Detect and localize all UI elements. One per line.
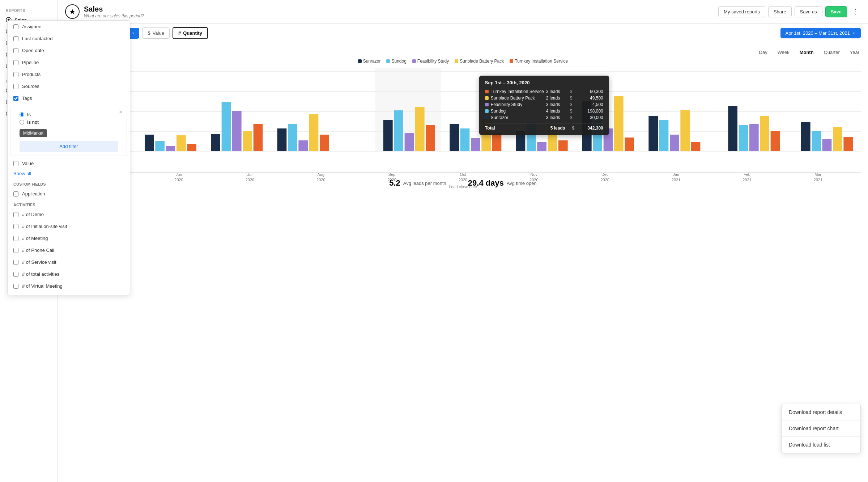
x-label-jul: Jul2020 bbox=[246, 172, 254, 183]
my-saved-reports-button[interactable]: My saved reports bbox=[718, 6, 765, 17]
chart-legend: Sunrazor Sundog Feasibility Study Sunbla… bbox=[65, 59, 861, 64]
save-as-button[interactable]: Save as bbox=[795, 6, 822, 17]
period-quarter[interactable]: Quarter bbox=[822, 49, 841, 56]
quantity-symbol: # bbox=[178, 30, 181, 36]
svg-rect-75 bbox=[771, 131, 780, 151]
tooltip-sundog-name: Sundog bbox=[491, 109, 544, 114]
period-day[interactable]: Day bbox=[758, 49, 769, 56]
dropdown-phone-call[interactable]: # of Phone Call bbox=[8, 244, 130, 256]
svg-rect-35 bbox=[187, 144, 196, 151]
svg-rect-71 bbox=[728, 106, 737, 151]
application-checkbox[interactable] bbox=[13, 191, 18, 196]
pipeline-checkbox[interactable] bbox=[13, 60, 18, 65]
svg-rect-74 bbox=[760, 116, 769, 151]
svg-rect-55 bbox=[492, 133, 502, 151]
initial-onsite-checkbox[interactable] bbox=[13, 224, 18, 229]
share-button[interactable]: Share bbox=[768, 6, 792, 17]
phone-call-checkbox[interactable] bbox=[13, 248, 18, 253]
quantity-metric-button[interactable]: # Quantity bbox=[173, 27, 208, 39]
dropdown-initial-onsite[interactable]: # of Initial on-site visit bbox=[8, 220, 130, 232]
tags-checkbox[interactable] bbox=[13, 96, 18, 101]
dropdown-demo[interactable]: # of Demo bbox=[8, 208, 130, 220]
dropdown-total-activities[interactable]: # of total activities bbox=[8, 268, 130, 280]
download-lead-list[interactable]: Download lead list bbox=[782, 437, 860, 453]
period-year[interactable]: Year bbox=[848, 49, 861, 56]
app-logo: ★ bbox=[65, 4, 80, 19]
dropdown-value[interactable]: Value bbox=[8, 157, 130, 169]
midmarket-chip[interactable]: MidMarket bbox=[20, 129, 47, 137]
svg-rect-51 bbox=[450, 124, 459, 151]
dropdown-tags[interactable]: Tags bbox=[8, 94, 130, 104]
dropdown-meeting[interactable]: # of Meeting bbox=[8, 232, 130, 244]
save-button[interactable]: Save bbox=[825, 6, 847, 17]
is-radio[interactable] bbox=[20, 112, 24, 117]
legend-feasibility: Feasibility Study bbox=[412, 59, 449, 64]
assignee-checkbox[interactable] bbox=[13, 24, 18, 29]
dropdown-sources[interactable]: Sources bbox=[8, 80, 130, 92]
is-not-radio[interactable] bbox=[20, 120, 24, 124]
download-report-details[interactable]: Download report details bbox=[782, 404, 860, 420]
dropdown-open-date[interactable]: Open date bbox=[8, 45, 130, 56]
page-subtitle: What are our sales this period? bbox=[84, 13, 714, 18]
last-contacted-checkbox[interactable] bbox=[13, 36, 18, 41]
download-report-chart[interactable]: Download report chart bbox=[782, 420, 860, 437]
sunrazor-dot bbox=[358, 59, 362, 63]
legend-turnkey: Turnkey Installation Service bbox=[510, 59, 568, 64]
phone-call-label: # of Phone Call bbox=[22, 248, 54, 253]
chip-label: MidMarket bbox=[23, 131, 43, 136]
date-range-button[interactable]: Apr 1st, 2020 – Mar 31st, 2021 bbox=[780, 28, 861, 38]
meeting-checkbox[interactable] bbox=[13, 236, 18, 241]
dropdown-pipeline[interactable]: Pipeline bbox=[8, 56, 130, 68]
tooltip-total-leads: 5 leads bbox=[550, 126, 572, 131]
dropdown-assignee[interactable]: Assignee bbox=[8, 21, 130, 33]
tooltip-sundog-value: 198,000 bbox=[578, 109, 603, 114]
tooltip-feasibility-dollar: $ bbox=[570, 102, 576, 107]
is-not-radio-label[interactable]: Is not bbox=[20, 119, 118, 125]
tooltip-sundog-dollar: $ bbox=[570, 109, 576, 114]
add-filter-button[interactable]: Add filter bbox=[20, 141, 118, 152]
tooltip-sunblade-value: 49,500 bbox=[578, 96, 603, 101]
sundog-label: Sundog bbox=[391, 59, 406, 64]
open-date-label: Open date bbox=[22, 48, 44, 53]
period-month[interactable]: Month bbox=[798, 49, 815, 56]
svg-rect-36 bbox=[211, 134, 220, 151]
bar-chart[interactable]: May2020 Jun2020 Jul2020 Aug2020 Sep2020 … bbox=[65, 68, 861, 169]
products-checkbox[interactable] bbox=[13, 72, 18, 77]
x-axis-title: Lead close date bbox=[65, 185, 861, 189]
period-week[interactable]: Week bbox=[776, 49, 791, 56]
dropdown-last-contacted[interactable]: Last contacted bbox=[8, 33, 130, 45]
svg-rect-64 bbox=[614, 96, 624, 151]
tooltip-sunblade-color bbox=[485, 96, 489, 100]
turnkey-dot bbox=[510, 59, 513, 63]
dropdown-service-visit[interactable]: # of Service visit bbox=[8, 256, 130, 268]
svg-rect-67 bbox=[659, 120, 669, 151]
filter-close-button[interactable]: × bbox=[119, 109, 122, 115]
total-activities-checkbox[interactable] bbox=[13, 272, 18, 277]
products-label: Products bbox=[22, 72, 41, 77]
demo-checkbox[interactable] bbox=[13, 212, 18, 217]
sources-checkbox[interactable] bbox=[13, 84, 18, 89]
total-activities-label: # of total activities bbox=[22, 271, 59, 277]
dropdown-products[interactable]: Products bbox=[8, 68, 130, 80]
service-visit-checkbox[interactable] bbox=[13, 260, 18, 265]
open-date-checkbox[interactable] bbox=[13, 48, 18, 53]
value-metric-button[interactable]: $ Value bbox=[142, 28, 170, 39]
svg-rect-32 bbox=[155, 141, 165, 151]
x-label-aug: Aug2020 bbox=[316, 172, 325, 183]
x-label-feb: Feb2021 bbox=[743, 172, 751, 183]
more-options-button[interactable]: ⋮ bbox=[850, 6, 861, 17]
svg-rect-45 bbox=[320, 135, 329, 151]
tags-label: Tags bbox=[22, 96, 32, 101]
show-all-link[interactable]: Show all bbox=[13, 171, 31, 176]
is-radio-label[interactable]: Is bbox=[20, 112, 118, 117]
dropdown-application[interactable]: Application bbox=[8, 188, 130, 200]
virtual-meeting-checkbox[interactable] bbox=[13, 284, 18, 289]
svg-rect-52 bbox=[460, 128, 470, 151]
svg-rect-44 bbox=[309, 114, 319, 151]
svg-rect-72 bbox=[739, 125, 748, 151]
dropdown-virtual-meeting[interactable]: # of Virtual Meeting bbox=[8, 280, 130, 292]
service-visit-label: # of Service visit bbox=[22, 259, 56, 265]
sources-label: Sources bbox=[22, 84, 39, 89]
tooltip-turnkey-dollar: $ bbox=[570, 89, 576, 94]
value-checkbox[interactable] bbox=[13, 161, 18, 166]
